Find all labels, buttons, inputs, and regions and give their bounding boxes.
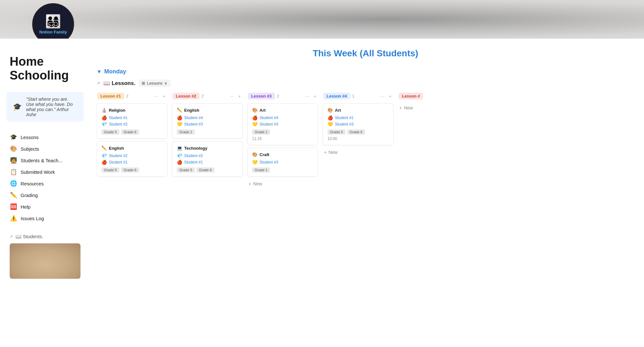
day-arrow-icon: ▼ (97, 69, 102, 75)
student-name: Student #2 (109, 154, 128, 158)
new-button-lesson4[interactable]: + New (323, 148, 393, 157)
subject-icon: 🎨 (327, 108, 333, 113)
student-dot-icon: 💎 (101, 153, 107, 158)
col-header-lesson3: Lesson #3 2 ··· + (247, 91, 318, 101)
students-link[interactable]: ↗ 📖 Students. (10, 234, 90, 239)
nav-item-grading[interactable]: ✏️ Grading (6, 189, 90, 201)
student-dot-icon: 🍎 (177, 115, 182, 120)
lesson-card[interactable]: 🎨 Craft 💛 Student #3 Grade 1 (247, 148, 318, 177)
card-tags: Grade 1 (252, 167, 313, 173)
subject-icon: ⛪ (101, 108, 107, 113)
card-tag: Grade 5 (101, 129, 119, 135)
student-name: Student #2 (109, 122, 128, 127)
student-name: Student #1 (335, 116, 354, 120)
student-name: Student #1 (109, 116, 128, 120)
card-tags: Grade 5 Grade 6 (101, 167, 163, 173)
quote-text: "Start where you are. Use what you have.… (26, 97, 77, 117)
card-student-2: 💎 Student #2 (101, 122, 163, 127)
col-more-lesson1[interactable]: ··· (153, 93, 160, 99)
nav-item-submitted[interactable]: 📋 Submitted Work (6, 166, 90, 178)
nav-item-lessons[interactable]: 🎓 Lessons (6, 131, 90, 143)
nav-list: 🎓 Lessons 🎨 Subjects 🧑‍🏫 Students & Teac… (6, 131, 90, 224)
lesson-card[interactable]: ⛪ Religion 🍎 Student #1 💎 Student #2 (97, 103, 167, 139)
student-dot-icon: 🍎 (101, 115, 107, 120)
grading-icon: ✏️ (10, 192, 17, 199)
card-meta: 10:00 (327, 136, 389, 141)
card-student-1: 💎 Student #2 (101, 153, 163, 158)
card-subject: ✏️ English (177, 108, 238, 113)
lesson-card[interactable]: ✏️ English 🍎 Student #4 💛 Student #3 (172, 103, 243, 139)
lessons-header: ↗ 📖 Lessons. ⊞ Lessons ∨ (97, 80, 634, 87)
day-header[interactable]: ▼ Monday (97, 68, 634, 75)
kanban-col-lesson2: Lesson #2 2 ··· + ✏️ English (172, 91, 243, 188)
card-tag: Grade 1 (252, 167, 270, 173)
card-student-2: 💛 Student #3 (327, 122, 389, 127)
card-tags: Grade 1 (177, 129, 238, 135)
subject-name: Craft (260, 152, 269, 157)
students-thumbnail[interactable] (10, 243, 80, 279)
col-tag-lesson1: Lesson #1 (97, 93, 124, 99)
logo-icon: 👨‍👩‍👧‍👦 (45, 14, 61, 29)
nav-label-subjects: Subjects (21, 146, 39, 152)
new-label: New (328, 150, 337, 155)
lesson-card[interactable]: 💻 Technology 💎 Student #2 🍎 Student #1 (172, 141, 243, 177)
col-more-lesson3[interactable]: ··· (304, 93, 310, 99)
card-meta: 11:15 (252, 136, 313, 141)
subject-name: English (109, 146, 124, 151)
student-name: Student #3 (335, 122, 354, 127)
quote-box: 🎓 "Start where you are. Use what you hav… (6, 92, 84, 122)
lesson-card[interactable]: 🎨 Art 🍎 Student #1 💛 Student #3 Gra (323, 103, 393, 145)
col-tag-lesson4: Lesson #4 (323, 93, 350, 99)
lessons-view-chevron: ∨ (164, 81, 167, 86)
sidebar: Home Schooling 🎓 "Start where you are. U… (0, 39, 90, 347)
card-subject: 💻 Technology (177, 145, 238, 151)
nav-label-students: Students & Teach... (21, 158, 62, 163)
col-add-lesson1[interactable]: + (162, 93, 167, 99)
card-student-1: 🍎 Student #1 (327, 115, 389, 120)
lessons-view-button[interactable]: ⊞ Lessons ∨ (138, 80, 170, 87)
nav-item-issues[interactable]: ⚠️ Issues Log (6, 212, 90, 224)
nav-label-help: Help (21, 204, 31, 210)
day-section-monday: ▼ Monday ↗ 📖 Lessons. ⊞ Lessons ∨ Lesson (97, 68, 634, 192)
col-add-lesson3[interactable]: + (312, 93, 317, 99)
subject-name: Art (260, 108, 266, 113)
card-student-1: 💎 Student #2 (177, 153, 238, 158)
new-button-lesson5[interactable]: + New (398, 103, 469, 112)
student-dot-icon: 💛 (252, 122, 258, 127)
col-actions-lesson4: ··· + (379, 93, 393, 99)
col-count-lesson4: 1 (352, 94, 355, 98)
kanban-board: Lesson #1 2 ··· + ⛪ Religion (97, 91, 634, 192)
content-area: This Week (All Students) ▼ Monday ↗ 📖 Le… (90, 39, 644, 347)
col-add-lesson2[interactable]: + (237, 93, 242, 99)
col-add-lesson4[interactable]: + (388, 93, 393, 99)
lesson-card[interactable]: ✏️ English 💎 Student #2 🍎 Student #1 (97, 141, 167, 177)
lessons-view-icon: ⊞ (142, 81, 145, 86)
logo-text: Notion Family (39, 30, 67, 34)
new-button-lesson3[interactable]: + New (247, 179, 318, 188)
card-subject: 🎨 Art (327, 108, 389, 113)
col-tag-lesson2: Lesson #2 (173, 93, 200, 99)
student-name: Student #4 (184, 116, 203, 120)
card-tag: Grade 6 (347, 129, 365, 135)
nav-item-students[interactable]: 🧑‍🏫 Students & Teach... (6, 155, 90, 166)
card-tag: Grade 6 (121, 129, 139, 135)
nav-item-subjects[interactable]: 🎨 Subjects (6, 143, 90, 155)
nav-item-resources[interactable]: 🌐 Resources (6, 178, 90, 189)
nav-item-help[interactable]: 🆘 Help (6, 201, 90, 212)
card-student-1: 🍎 Student #4 (177, 115, 238, 120)
student-name: Student #3 (184, 122, 203, 127)
plus-icon: + (324, 150, 327, 155)
student-dot-icon: 💎 (177, 153, 182, 158)
card-subject: ✏️ English (101, 145, 163, 151)
student-dot-icon: 🍎 (177, 160, 182, 165)
card-subject: 🎨 Craft (252, 152, 313, 157)
student-dot-icon: 💛 (177, 122, 182, 127)
card-student-1: 🍎 Student #4 (252, 115, 313, 120)
day-name: Monday (104, 68, 126, 75)
col-more-lesson2[interactable]: ··· (229, 93, 235, 99)
col-more-lesson4[interactable]: ··· (379, 93, 386, 99)
header-banner: 👨‍👩‍👧‍👦 Notion Family (0, 0, 644, 39)
col-count-lesson2: 2 (202, 94, 204, 98)
lesson-card[interactable]: 🎨 Art 🍎 Student #4 💛 Student #3 Gra (247, 103, 318, 145)
nav-label-lessons: Lessons (21, 135, 39, 140)
